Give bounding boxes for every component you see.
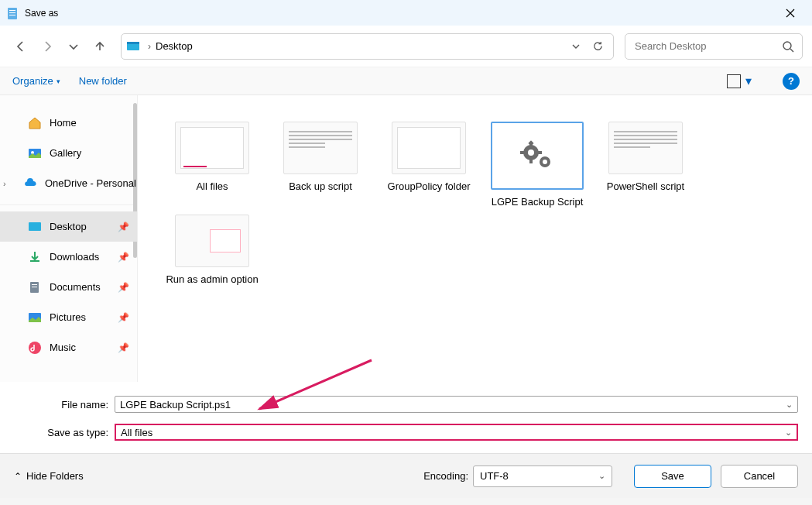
onedrive-icon (23, 177, 37, 191)
close-button[interactable] (775, 2, 806, 25)
new-folder-button[interactable]: New folder (79, 75, 127, 87)
help-button[interactable]: ? (783, 73, 800, 90)
forward-button[interactable] (36, 33, 59, 60)
thumbnail (283, 122, 358, 174)
save-button[interactable]: Save (634, 465, 711, 488)
save-type-label: Save as type: (14, 427, 115, 438)
svg-rect-23 (529, 160, 533, 163)
sidebar-item-label: Documents (50, 281, 101, 293)
desktop-icon (126, 40, 140, 53)
file-label: All files (196, 180, 228, 193)
dialog-footer: ⌃ Hide Folders Encoding: UTF-8 ⌄ Save Ca… (0, 453, 812, 498)
chevron-down-icon[interactable]: ⌄ (785, 428, 792, 438)
svg-point-21 (543, 160, 547, 164)
sidebar-item-label: Home (50, 117, 77, 129)
sidebar-item-label: Gallery (50, 147, 81, 159)
music-icon (28, 341, 42, 355)
file-name-input[interactable]: LGPE Backup Script.ps1 ⌄ (115, 396, 798, 413)
file-label: LGPE Backup Script (492, 196, 584, 208)
pin-icon: 📌 (118, 252, 129, 263)
encoding-label: Encoding: (423, 470, 468, 482)
sidebar-item-label: OneDrive - Personal (45, 177, 136, 189)
sidebar-item-music[interactable]: Music 📌 (0, 332, 137, 362)
command-bar: Organize▾ New folder ▾ ? (0, 67, 812, 95)
pin-icon: 📌 (118, 282, 129, 293)
downloads-icon (28, 250, 42, 264)
svg-line-9 (790, 49, 793, 52)
file-label: Back up script (289, 180, 352, 193)
breadcrumb-current[interactable]: Desktop (156, 40, 193, 52)
view-icon (727, 74, 741, 88)
address-dropdown[interactable] (565, 36, 587, 57)
desktop-icon (28, 220, 42, 234)
svg-rect-0 (8, 8, 17, 19)
file-run-as-admin[interactable]: Run as admin option (158, 211, 266, 289)
svg-point-19 (528, 149, 534, 156)
thumbnail (608, 122, 683, 174)
hide-folders-label: Hide Folders (26, 470, 84, 482)
file-name-label: File name: (14, 399, 115, 411)
chevron-right-icon[interactable]: › (3, 179, 12, 188)
file-list[interactable]: All files Back up script GroupPolicy fol… (138, 95, 812, 382)
refresh-button[interactable] (587, 36, 608, 57)
file-all-files[interactable]: All files (158, 119, 266, 211)
hide-folders-button[interactable]: ⌃ Hide Folders (14, 470, 84, 482)
encoding-value: UTF-8 (480, 470, 509, 482)
save-type-select[interactable]: All files ⌄ (115, 424, 798, 441)
pictures-icon (28, 311, 42, 325)
svg-rect-2 (9, 12, 15, 13)
thumbnail (175, 122, 249, 174)
nav-row: › Desktop (0, 26, 812, 67)
sidebar-item-pictures[interactable]: Pictures 📌 (0, 302, 137, 332)
cancel-button[interactable]: Cancel (721, 465, 798, 488)
save-form: File name: LGPE Backup Script.ps1 ⌄ Save… (0, 382, 812, 453)
sidebar-item-gallery[interactable]: Gallery (0, 138, 137, 168)
save-type-value: All files (121, 427, 152, 438)
pin-icon: 📌 (118, 312, 129, 323)
svg-rect-24 (520, 151, 524, 154)
thumbnail (175, 215, 249, 267)
pin-icon: 📌 (118, 342, 129, 353)
encoding-select[interactable]: UTF-8 ⌄ (473, 465, 612, 487)
file-grouppolicy[interactable]: GroupPolicy folder (375, 119, 483, 211)
svg-rect-3 (9, 15, 15, 15)
home-icon (28, 116, 42, 130)
recent-dropdown[interactable] (62, 33, 85, 60)
organize-menu[interactable]: Organize▾ (12, 75, 60, 87)
sidebar-item-onedrive[interactable]: › OneDrive - Personal (0, 168, 137, 198)
file-name-value: LGPE Backup Script.ps1 (120, 399, 231, 411)
file-lgpe-script[interactable]: LGPE Backup Script (483, 119, 591, 211)
sidebar-item-label: Downloads (50, 251, 99, 263)
svg-point-17 (29, 342, 41, 354)
navigation-pane: Home Gallery › OneDrive - Personal Deskt… (0, 95, 138, 382)
chevron-down-icon[interactable]: ⌄ (598, 471, 605, 481)
back-button[interactable] (9, 33, 33, 60)
caret-down-icon: ▾ (745, 74, 752, 88)
search-input[interactable] (633, 40, 782, 53)
search-box[interactable] (625, 33, 803, 60)
file-backup-script[interactable]: Back up script (266, 119, 375, 211)
address-bar[interactable]: › Desktop (121, 33, 614, 60)
sidebar-item-desktop[interactable]: Desktop 📌 (0, 211, 137, 242)
sidebar-item-label: Pictures (50, 311, 86, 323)
sidebar-item-documents[interactable]: Documents 📌 (0, 272, 137, 302)
sidebar-item-downloads[interactable]: Downloads 📌 (0, 242, 137, 272)
documents-icon (28, 280, 42, 294)
svg-point-8 (783, 42, 791, 50)
notepad-icon (6, 7, 19, 19)
view-button[interactable]: ▾ (727, 74, 752, 88)
svg-rect-25 (538, 151, 542, 154)
svg-rect-15 (32, 287, 37, 287)
chevron-down-icon[interactable]: ⌄ (786, 400, 793, 410)
titlebar: Save as (0, 0, 812, 26)
svg-rect-7 (127, 42, 139, 44)
sidebar-item-label: Music (50, 342, 76, 353)
sidebar-item-home[interactable]: Home (0, 108, 137, 138)
up-button[interactable] (88, 33, 111, 60)
file-label: Run as admin option (166, 273, 258, 286)
chevron-right-icon: › (148, 41, 151, 52)
thumbnail (392, 122, 466, 174)
file-powershell-script[interactable]: PowerShell script (591, 119, 700, 211)
search-icon (782, 40, 794, 53)
sidebar-item-label: Desktop (50, 221, 87, 232)
